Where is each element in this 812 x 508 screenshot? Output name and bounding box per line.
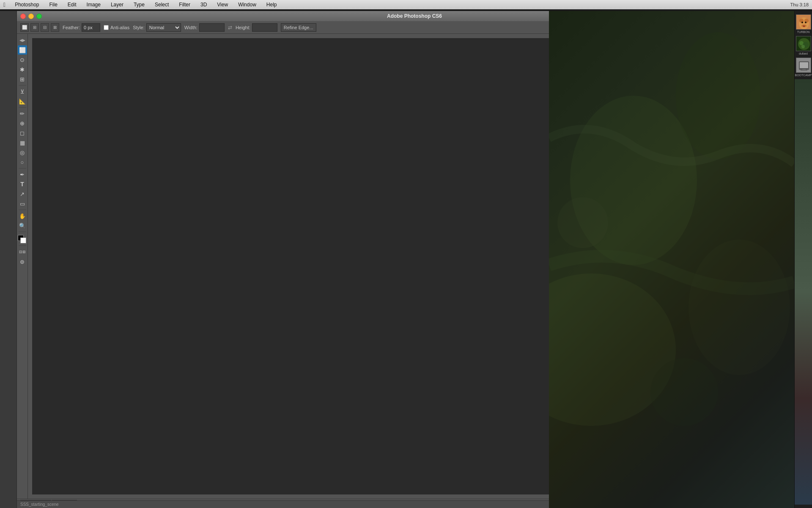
- color-tab[interactable]: Color: [746, 43, 761, 51]
- turbon-thumbnail[interactable]: [796, 14, 811, 30]
- menu-3d[interactable]: 3D: [198, 1, 209, 8]
- adj-mixer-icon[interactable]: ⊗: [765, 121, 773, 129]
- tool-crop[interactable]: ⊞: [18, 75, 27, 84]
- kind-smart-icon[interactable]: ⊕: [786, 152, 793, 158]
- anti-alias-checkbox[interactable]: [104, 25, 109, 30]
- kind-shape-icon[interactable]: ▭: [778, 152, 785, 158]
- kind-adjust-icon[interactable]: ◑: [763, 152, 770, 158]
- menu-layer[interactable]: Layer: [108, 1, 126, 8]
- r-slider-track[interactable]: [752, 67, 799, 70]
- menu-select[interactable]: Select: [152, 1, 171, 8]
- toolbar-expand-icon[interactable]: ◀▶: [18, 36, 27, 45]
- menu-help[interactable]: Help: [264, 1, 280, 8]
- menu-file[interactable]: File: [47, 1, 60, 8]
- lock-transparent-icon[interactable]: ▦: [757, 171, 761, 175]
- blend-mode-select[interactable]: Normal Dissolve Multiply Screen: [746, 161, 787, 168]
- adj-bw-icon[interactable]: ⬛: [748, 121, 756, 129]
- b-slider-track[interactable]: [752, 78, 799, 81]
- kind-text-icon[interactable]: T: [771, 152, 777, 158]
- tool-extra-2[interactable]: ⊚: [18, 257, 27, 266]
- intersect-selection-icon[interactable]: ⊠: [51, 23, 59, 32]
- subtract-selection-icon[interactable]: ⊟: [41, 23, 49, 32]
- essentials-button[interactable]: Essentials ▼: [706, 23, 740, 32]
- adj-selective-icon[interactable]: ⊙: [757, 130, 764, 138]
- ps-window: Adobe Photoshop CS6 ⬜ ⊞ ⊟ ⊠ Feather: Ant…: [17, 11, 812, 508]
- tool-eraser[interactable]: ◻: [18, 128, 27, 138]
- new-selection-icon[interactable]: ⬜: [20, 23, 29, 32]
- lock-paint-icon[interactable]: ✏: [762, 171, 765, 175]
- tool-ruler[interactable]: 📐: [18, 97, 27, 106]
- adj-curves-icon[interactable]: ∿: [765, 112, 773, 119]
- apple-menu[interactable]: : [3, 1, 5, 8]
- tool-path-select[interactable]: ↗: [18, 189, 27, 199]
- tool-text[interactable]: T: [18, 179, 27, 189]
- layer-fx-icon[interactable]: ƒ: [755, 491, 760, 498]
- layer-mask-icon[interactable]: ⬛: [761, 491, 769, 498]
- tool-marquee[interactable]: ⬜: [18, 45, 27, 55]
- channels-tab[interactable]: Channels: [765, 142, 787, 149]
- menu-filter[interactable]: Filter: [176, 1, 193, 8]
- style-select[interactable]: Normal Fixed Ratio Fixed Size: [146, 23, 181, 32]
- fg-bg-colors[interactable]: [18, 235, 27, 244]
- canvas-area[interactable]: [28, 34, 743, 499]
- menu-view[interactable]: View: [214, 1, 230, 8]
- adj-exposure-icon[interactable]: ◑: [774, 112, 781, 119]
- svg-point-5: [805, 22, 807, 23]
- close-button[interactable]: [20, 14, 26, 19]
- profile-turbon[interactable]: TURBON: [796, 14, 811, 33]
- lock-position-icon[interactable]: ✚: [766, 171, 770, 175]
- profile-bootcamp[interactable]: BOOTCAMP: [795, 58, 812, 77]
- background-color[interactable]: [20, 237, 26, 243]
- adj-color-lookup-icon[interactable]: ⊞: [774, 121, 781, 129]
- minimize-button[interactable]: [28, 14, 34, 19]
- feather-input[interactable]: [82, 23, 100, 32]
- adj-photo-icon[interactable]: ▣: [757, 121, 764, 129]
- layer-link-icon[interactable]: 🔗: [746, 491, 754, 498]
- tool-clone[interactable]: ⊕: [18, 119, 27, 128]
- refine-edge-button[interactable]: Refine Edge...: [281, 23, 316, 32]
- maximize-button[interactable]: [36, 14, 42, 19]
- bootcamp-label: BOOTCAMP: [795, 74, 812, 77]
- layer-folder-icon[interactable]: 📁: [779, 491, 787, 498]
- menu-photoshop[interactable]: Photoshop: [12, 1, 41, 8]
- g-slider-track[interactable]: [752, 72, 799, 76]
- width-input[interactable]: [199, 23, 225, 32]
- adjustments-tab[interactable]: Adjustments: [746, 92, 776, 100]
- profile-dullard[interactable]: dullard: [796, 36, 811, 55]
- adj-invert-icon[interactable]: ◎: [782, 121, 790, 129]
- tool-wand[interactable]: ✱: [18, 65, 27, 74]
- tool-hand[interactable]: ✋: [18, 211, 27, 221]
- adj-vibrance-icon[interactable]: ◈: [782, 112, 790, 119]
- tool-extra-1[interactable]: ⊟⊞: [18, 247, 27, 257]
- tool-zoom[interactable]: 🔍: [18, 221, 27, 230]
- tool-dodge[interactable]: ○: [18, 157, 27, 167]
- layers-tab[interactable]: Layers: [746, 142, 762, 149]
- adj-levels-icon[interactable]: ▤: [757, 112, 764, 119]
- tool-pen[interactable]: ✒: [18, 170, 27, 179]
- menu-image[interactable]: Image: [84, 1, 103, 8]
- menu-window[interactable]: Window: [236, 1, 259, 8]
- tool-shape[interactable]: ▭: [18, 199, 27, 208]
- kind-pixel-icon[interactable]: ▣: [755, 152, 762, 158]
- pen-icon: ✒: [20, 171, 25, 178]
- menu-type[interactable]: Type: [131, 1, 147, 8]
- bg-color-swatch[interactable]: [751, 57, 758, 64]
- tool-blur[interactable]: ◎: [18, 148, 27, 157]
- layer-adj-icon[interactable]: ◑: [771, 491, 777, 498]
- styles-tab[interactable]: Styles: [779, 93, 795, 99]
- swatches-tab[interactable]: Swatches: [764, 44, 788, 50]
- tool-brush[interactable]: ✏: [18, 109, 27, 118]
- lock-all-icon[interactable]: 🔒: [771, 171, 776, 175]
- tool-lasso[interactable]: ⊙: [18, 55, 27, 64]
- dullard-thumbnail[interactable]: [796, 36, 811, 51]
- adj-gradient-map-icon[interactable]: ▤: [748, 130, 756, 138]
- extra-2-icon: ⊚: [20, 259, 25, 265]
- tool-eyedropper[interactable]: ⊻: [18, 87, 27, 96]
- eraser-icon: ◻: [20, 130, 25, 136]
- tool-gradient[interactable]: ▦: [18, 138, 27, 147]
- add-selection-icon[interactable]: ⊞: [30, 23, 39, 32]
- height-input[interactable]: [252, 23, 277, 32]
- menu-edit[interactable]: Edit: [65, 1, 79, 8]
- bootcamp-thumbnail[interactable]: [796, 58, 811, 73]
- adj-brightness-icon[interactable]: ☀: [748, 112, 756, 119]
